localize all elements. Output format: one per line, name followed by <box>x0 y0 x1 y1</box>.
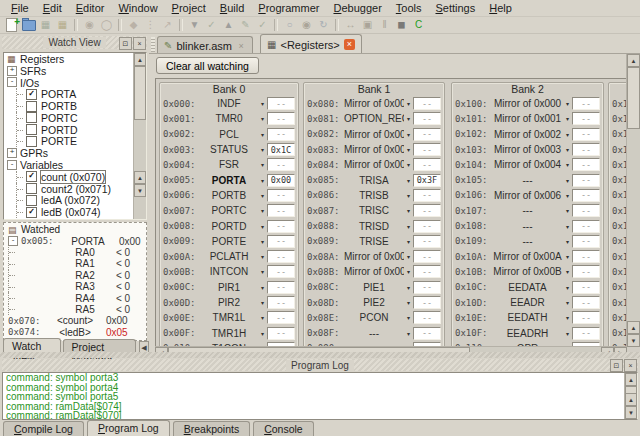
checkbox[interactable]: ✓ <box>26 89 37 100</box>
log-scrollbar[interactable]: ▲ ▲ ▼ <box>624 373 637 419</box>
checkbox[interactable] <box>26 112 37 123</box>
register-value-field[interactable]: -- <box>572 296 600 309</box>
register-format-dropdown-icon[interactable]: ▾ <box>563 314 572 321</box>
register-format-dropdown-icon[interactable]: ▾ <box>404 146 413 153</box>
register-format-dropdown-icon[interactable]: ▾ <box>258 268 267 275</box>
stop-button[interactable]: ◼ <box>393 17 410 32</box>
watched-item-ra1[interactable]: RA1< 0 <box>4 258 146 269</box>
register-value-field[interactable]: -- <box>413 97 441 110</box>
register-value-field[interactable]: -- <box>413 189 441 202</box>
register-value-field[interactable]: -- <box>572 250 600 263</box>
watched-item-count[interactable]: 0x070:<count>0x00 <box>4 315 146 326</box>
register-format-dropdown-icon[interactable]: ▾ <box>563 177 572 184</box>
read-device-button[interactable]: ▲ <box>220 17 237 32</box>
register-value-field[interactable]: -- <box>572 158 600 171</box>
tree-item-variables[interactable]: -Variables <box>4 159 146 171</box>
watched-item-ra2[interactable]: RA2< 0 <box>4 270 146 281</box>
tree-item-leda-0x072[interactable]: ledA (0x072) <box>4 195 146 207</box>
chip-config-button[interactable]: ⋮ <box>142 17 159 32</box>
dock-float-icon[interactable]: ⊡ <box>119 37 132 50</box>
register-format-dropdown-icon[interactable]: ▾ <box>404 177 413 184</box>
expander-icon[interactable]: + <box>7 66 17 76</box>
menu-tools[interactable]: Tools <box>389 1 429 15</box>
scroll-thumb[interactable] <box>134 66 146 120</box>
register-format-dropdown-icon[interactable]: ▾ <box>404 268 413 275</box>
menu-file[interactable]: File <box>4 1 36 15</box>
register-value-field[interactable]: -- <box>413 204 441 217</box>
register-value-field[interactable]: -- <box>413 220 441 233</box>
register-format-dropdown-icon[interactable]: ▾ <box>563 238 572 245</box>
register-value-field[interactable]: -- <box>572 311 600 324</box>
menu-build[interactable]: Build <box>213 1 251 15</box>
run-button[interactable]: ○ <box>281 17 298 32</box>
register-value-field[interactable]: -- <box>267 158 295 171</box>
tree-item-count-0x070[interactable]: ✓count (0x070) <box>4 171 146 183</box>
pause-button[interactable]: ‖ <box>376 17 393 32</box>
register-format-dropdown-icon[interactable]: ▾ <box>258 115 267 122</box>
register-value-field[interactable]: -- <box>267 128 295 141</box>
tab-compile-log[interactable]: Compile Log <box>3 421 84 436</box>
checkbox[interactable] <box>26 195 37 206</box>
close-tab-icon[interactable]: × <box>344 39 355 50</box>
register-value-field[interactable]: -- <box>572 143 600 156</box>
register-value-field[interactable]: -- <box>267 296 295 309</box>
tree-item-sfrs[interactable]: +SFRs <box>4 65 146 77</box>
expander-icon[interactable]: - <box>8 236 18 246</box>
register-value-field[interactable]: -- <box>413 128 441 141</box>
checkbox[interactable] <box>26 136 37 147</box>
scroll-up-icon[interactable]: ▲ <box>627 321 640 334</box>
register-format-dropdown-icon[interactable]: ▾ <box>563 207 572 214</box>
watched-item-ledb[interactable]: 0x074:<ledB>0x05 <box>4 327 146 338</box>
goto-button[interactable]: ◯ <box>98 17 115 32</box>
register-value-field[interactable]: -- <box>267 281 295 294</box>
register-format-dropdown-icon[interactable]: ▾ <box>258 161 267 168</box>
register-format-dropdown-icon[interactable]: ▾ <box>258 284 267 291</box>
menu-editor[interactable]: Editor <box>69 1 112 15</box>
register-value-field[interactable]: -- <box>572 204 600 217</box>
checkbox[interactable]: ✓ <box>26 171 37 182</box>
tree-item-count2-0x071[interactable]: count2 (0x071) <box>4 183 146 195</box>
register-format-dropdown-icon[interactable]: ▾ <box>404 161 413 168</box>
rewind-button[interactable]: ◆ <box>125 17 142 32</box>
register-value-field[interactable]: -- <box>413 296 441 309</box>
open-file-button[interactable] <box>20 17 37 32</box>
tree-item-i-os[interactable]: -I/Os <box>4 77 146 89</box>
watched-item-ra5[interactable]: RA5< 0 <box>4 304 146 315</box>
register-value-field[interactable]: -- <box>267 112 295 125</box>
register-value-field[interactable]: -- <box>267 311 295 324</box>
register-value-field[interactable]: -- <box>572 128 600 141</box>
register-format-dropdown-icon[interactable]: ▾ <box>258 314 267 321</box>
scroll-down-icon[interactable]: ▼ <box>627 334 640 347</box>
erase-button[interactable]: ✎ <box>237 17 254 32</box>
dock-float-icon[interactable]: ⊡ <box>610 359 623 372</box>
checkbox[interactable] <box>26 124 37 135</box>
register-format-dropdown-icon[interactable]: ▾ <box>563 146 572 153</box>
connect-button[interactable]: ↔ <box>342 17 359 32</box>
watched-root[interactable]: ▤Watched <box>4 224 146 235</box>
menu-project[interactable]: Project <box>165 1 213 15</box>
register-format-dropdown-icon[interactable]: ▾ <box>258 299 267 306</box>
scroll-down-icon[interactable]: ▼ <box>134 184 146 197</box>
tree-scrollbar[interactable]: ▲ ▲ ▼ <box>133 53 146 219</box>
watched-item-ra0[interactable]: RA0< 0 <box>4 247 146 258</box>
register-format-dropdown-icon[interactable]: ▾ <box>404 115 413 122</box>
save-button[interactable]: ▦ <box>37 17 54 32</box>
register-format-dropdown-icon[interactable]: ▾ <box>563 100 572 107</box>
register-value-field[interactable]: -- <box>572 265 600 278</box>
menu-help[interactable]: Help <box>482 1 519 15</box>
register-value-field[interactable]: -- <box>413 327 441 340</box>
register-value-field[interactable]: -- <box>267 204 295 217</box>
register-format-dropdown-icon[interactable]: ▾ <box>258 100 267 107</box>
register-value-field[interactable]: -- <box>267 220 295 233</box>
scroll-up-icon[interactable]: ▲ <box>625 373 637 386</box>
close-tab-icon[interactable]: × <box>236 41 246 51</box>
verify-button[interactable]: ✓ <box>203 17 220 32</box>
checkbox[interactable] <box>26 183 37 194</box>
register-format-dropdown-icon[interactable]: ▾ <box>258 131 267 138</box>
toolbar-handle[interactable] <box>151 37 155 52</box>
register-value-field[interactable]: -- <box>413 311 441 324</box>
register-value-field[interactable]: -- <box>267 97 295 110</box>
watched-item-ra4[interactable]: RA4< 0 <box>4 292 146 303</box>
register-value-field[interactable]: -- <box>413 265 441 278</box>
register-value-field[interactable]: -- <box>413 250 441 263</box>
